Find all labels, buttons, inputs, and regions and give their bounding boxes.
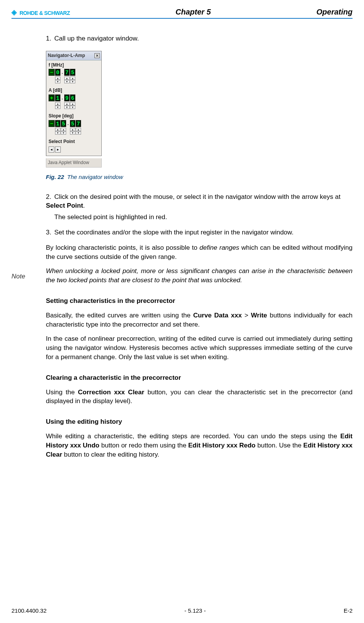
figure-caption-text: The navigator window — [67, 174, 123, 180]
select-point-right-button[interactable]: ▸ — [55, 146, 61, 153]
setting-p2: In the case of nonlinear precorrection, … — [46, 334, 353, 361]
navigator-figure: Navigator-L-Amp ✕ f [MHz] − 0 . 7 5 ▲▼ — [46, 51, 353, 168]
heading-history: Using the editing history — [46, 417, 353, 426]
page-footer: 2100.4400.32 - 5.123 - E-2 — [11, 607, 353, 614]
slope-spinner-2[interactable]: ▲▼ — [61, 128, 66, 135]
setting-p1-bold1: Curve Data xxx — [193, 312, 242, 319]
step-2: 2.Click on the desired point with the mo… — [46, 192, 353, 222]
slope-label: Slope [deg] — [46, 111, 101, 120]
locking-para: By locking characteristic points, it is … — [46, 243, 353, 262]
slope-spinner-row: ▲▼ ▲▼ ▲▼ ▲▼ — [46, 128, 101, 137]
history-p: While editing a characteristic, the edit… — [46, 432, 353, 459]
page-header: ROHDE & SCHWARZ Chapter 5 Operating — [11, 8, 353, 19]
slope-spinner-4[interactable]: ▲▼ — [76, 128, 81, 135]
history-p-bold2: Edit History xxx Redo — [188, 442, 255, 449]
history-p-a: While editing a characteristic, the edit… — [46, 433, 340, 440]
a-digit-3[interactable]: 6 — [70, 94, 75, 101]
figure-caption: Fig. 22 The navigator window — [46, 173, 353, 181]
navigator-title-text: Navigator-L-Amp — [48, 52, 85, 59]
f-digit-1[interactable]: 0 — [55, 69, 60, 76]
history-p-end: button to clear the editing history. — [62, 451, 159, 458]
step-1-number: 1. — [46, 34, 54, 43]
slope-digit-1[interactable]: 1 — [55, 120, 60, 127]
a-digit-2[interactable]: 9 — [64, 94, 70, 101]
setting-p1: Basically, the edited curves are written… — [46, 311, 353, 329]
step-2-bold: Select Point — [46, 202, 83, 209]
f-label: f [MHz] — [46, 60, 101, 69]
close-icon[interactable]: ✕ — [94, 53, 100, 58]
f-spinner-1[interactable]: ▲▼ — [55, 76, 60, 83]
select-point-label: Select Point — [46, 137, 101, 146]
locking-para-em: define ranges — [200, 244, 239, 251]
step-1: 1.Call up the navigator window. — [46, 34, 353, 43]
a-label: A [dB] — [46, 86, 101, 94]
clearing-p: Using the Correction xxx Clear button, y… — [46, 388, 353, 406]
a-digit-row: + 1 . 9 6 — [46, 94, 101, 102]
f-spinner-3[interactable]: ▲▼ — [70, 76, 75, 83]
figure-number: Fig. 22 — [46, 174, 64, 180]
setting-p1-a: Basically, the edited curves are written… — [46, 312, 193, 319]
step-2-text: Click on the desired point with the mous… — [46, 193, 340, 210]
dot-icon: . — [61, 69, 64, 76]
step-3-text: Set the coordinates and/or the slope wit… — [54, 229, 294, 236]
step-2-number: 2. — [46, 192, 54, 202]
slope-spinner-1[interactable]: ▲▼ — [55, 128, 60, 135]
slope-sign[interactable]: − — [49, 120, 55, 127]
history-p-mid1: button or redo them using the — [99, 442, 188, 449]
footer-left: 2100.4400.32 — [11, 607, 47, 614]
f-digit-2[interactable]: 7 — [64, 69, 70, 76]
a-spinner-1[interactable]: ▲▼ — [55, 102, 60, 109]
brand-logo: ROHDE & SCHWARZ — [11, 10, 70, 16]
history-p-mid2: button. Use the — [255, 442, 303, 449]
f-spinner-2[interactable]: ▲▼ — [64, 76, 70, 83]
a-digit-1[interactable]: 1 — [55, 94, 60, 101]
navigator-titlebar: Navigator-L-Amp ✕ — [46, 51, 101, 60]
step-1-text: Call up the navigator window. — [54, 35, 139, 42]
f-digit-3[interactable]: 5 — [70, 69, 75, 76]
slope-digit-2[interactable]: 5 — [61, 120, 66, 127]
slope-digit-4[interactable]: 7 — [76, 120, 81, 127]
f-spinner-row: ▲▼ ▲▼ ▲▼ — [46, 76, 101, 86]
applet-statusbar: Java Applet Window — [46, 158, 102, 168]
a-spinner-row: ▲▼ ▲▼ ▲▼ — [46, 102, 101, 111]
step-2-text-a: Click on the desired point with the mous… — [54, 193, 340, 200]
f-digit-row: − 0 . 7 5 — [46, 69, 101, 76]
step-3: 3.Set the coordinates and/or the slope w… — [46, 228, 353, 237]
setting-p1-bold2: Write — [251, 312, 267, 319]
brand-icon — [11, 10, 18, 16]
slope-spinner-3[interactable]: ▲▼ — [70, 128, 75, 135]
navigator-window: Navigator-L-Amp ✕ f [MHz] − 0 . 7 5 ▲▼ — [46, 51, 102, 156]
clearing-p-a: Using the — [46, 389, 78, 396]
a-spinner-2[interactable]: ▲▼ — [64, 102, 70, 109]
dot-icon: . — [61, 95, 64, 101]
margin-column — [11, 34, 46, 464]
brand-text: ROHDE & SCHWARZ — [20, 10, 70, 16]
section-title: Operating — [317, 8, 353, 16]
dot-icon: . — [67, 120, 70, 127]
step-2-para2: The selected point is highlighted in red… — [54, 213, 353, 222]
step-2-text-b: . — [83, 202, 85, 209]
note-text: When unlocking a locked point, more or l… — [46, 267, 353, 285]
heading-clearing: Clearing a characteristic in the precorr… — [46, 373, 353, 382]
slope-digit-row: − 1 5 . 5 7 — [46, 120, 101, 128]
a-sign[interactable]: + — [49, 94, 55, 101]
chapter-title: Chapter 5 — [176, 8, 211, 16]
heading-setting: Setting characteristics in the precorrec… — [46, 296, 353, 306]
clearing-p-bold: Correction xxx Clear — [78, 389, 145, 396]
slope-digit-3[interactable]: 5 — [70, 120, 75, 127]
setting-p1-mid: > — [242, 312, 251, 319]
f-sign[interactable]: − — [49, 69, 55, 76]
select-point-left-button[interactable]: ◂ — [49, 146, 54, 153]
body-column: 1.Call up the navigator window. Navigato… — [46, 34, 353, 464]
footer-center: - 5.123 - — [184, 607, 206, 614]
a-spinner-3[interactable]: ▲▼ — [70, 102, 75, 109]
step-3-number: 3. — [46, 228, 54, 237]
select-point-row: ◂ ▸ — [46, 146, 101, 156]
locking-para-a: By locking characteristic points, it is … — [46, 244, 200, 251]
footer-right: E-2 — [344, 607, 353, 614]
note-label: Note — [11, 272, 25, 281]
